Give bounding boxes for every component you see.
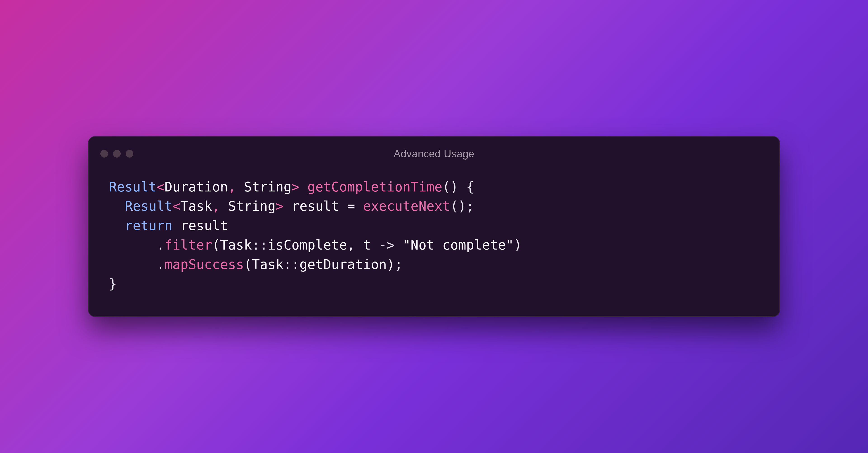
- code-token: return: [125, 218, 173, 233]
- code-token: getDuration);: [300, 257, 403, 272]
- code-token: String: [228, 199, 276, 214]
- code-token: "Not complete": [403, 237, 514, 253]
- code-token: ::: [252, 237, 268, 253]
- code-token: ();: [450, 199, 474, 214]
- code-token: <: [157, 179, 164, 194]
- code-token: }: [109, 276, 117, 292]
- code-token: String: [244, 179, 291, 194]
- code-token: >: [291, 179, 300, 194]
- code-token: Result: [125, 199, 173, 214]
- code-token: Task: [180, 199, 212, 214]
- code-token: >: [276, 199, 284, 214]
- code-token: Duration: [164, 179, 228, 194]
- code-token: [109, 218, 125, 233]
- code-token: ::: [284, 257, 300, 272]
- code-token: [395, 237, 403, 253]
- code-block: Result<Duration, String> getCompletionTi…: [89, 162, 779, 316]
- code-token: [355, 199, 363, 214]
- code-token: ): [514, 237, 522, 253]
- code-token: .: [157, 257, 164, 272]
- code-token: executeNext: [363, 199, 450, 214]
- code-token: result: [173, 218, 228, 233]
- code-token: ->: [379, 237, 395, 253]
- traffic-light-close-icon[interactable]: [100, 150, 108, 157]
- code-token: mapSuccess: [164, 257, 244, 272]
- code-token: .: [157, 237, 164, 253]
- code-token: Result: [109, 179, 157, 194]
- code-token: [109, 257, 157, 272]
- code-token: getCompletionTime: [307, 179, 442, 194]
- code-token: (Task: [244, 257, 284, 272]
- code-window: Advanced Usage Result<Duration, String> …: [88, 136, 780, 317]
- code-token: () {: [442, 179, 474, 194]
- code-token: (Task: [212, 237, 252, 253]
- window-titlebar: Advanced Usage: [89, 137, 779, 162]
- traffic-light-minimize-icon[interactable]: [113, 150, 121, 157]
- code-token: filter: [164, 237, 212, 253]
- traffic-light-zoom-icon[interactable]: [126, 150, 133, 157]
- code-token: <: [173, 199, 180, 214]
- code-token: result: [284, 199, 347, 214]
- traffic-lights: [100, 150, 133, 157]
- code-token: =: [347, 199, 355, 214]
- code-token: [109, 199, 125, 214]
- code-token: isComplete, t: [268, 237, 379, 253]
- window-title: Advanced Usage: [89, 148, 779, 160]
- code-token: ,: [228, 179, 244, 194]
- code-token: ,: [212, 199, 228, 214]
- code-token: [300, 179, 307, 194]
- code-token: [109, 237, 157, 253]
